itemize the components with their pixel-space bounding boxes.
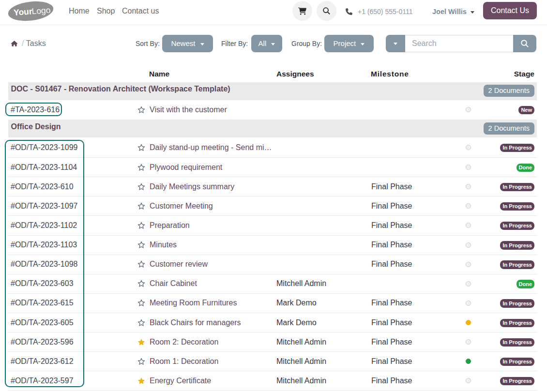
svg-text:Your: Your [13, 6, 32, 17]
svg-text:Logo: Logo [31, 5, 51, 16]
